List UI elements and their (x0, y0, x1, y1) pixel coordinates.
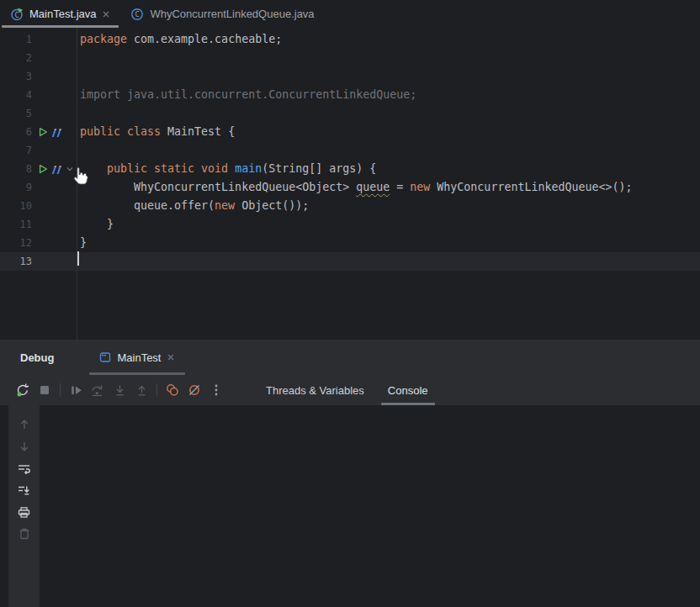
close-icon[interactable] (102, 10, 110, 18)
up-stack-button[interactable] (13, 414, 35, 435)
line-number[interactable]: 3 (0, 71, 32, 82)
line-number[interactable]: 8 (0, 163, 32, 175)
code-line[interactable] (80, 104, 700, 123)
step-into-button[interactable] (109, 379, 130, 401)
code-line[interactable] (80, 67, 700, 86)
code-line[interactable]: package com.example.cacheable; (80, 30, 700, 49)
gutter-row[interactable]: 13 (0, 252, 77, 271)
code-line[interactable]: WhyConcurrentLinkedQueue<Object> queue =… (80, 178, 700, 197)
editor-tab-bar: C MainTest.java C WhyConcurrentLinkedQue… (0, 0, 700, 28)
debug-title: Debug (20, 351, 54, 364)
gutter-row[interactable]: 12 (0, 234, 77, 252)
code-line[interactable]: public static void main(String[] args) { (80, 160, 700, 178)
code-token: public class (80, 125, 167, 138)
line-number[interactable]: 7 (0, 145, 32, 156)
svg-text:C: C (14, 10, 19, 18)
tab-console[interactable]: Console (376, 375, 440, 405)
session-tab-label: MainTest (117, 351, 161, 364)
code-token (80, 162, 107, 175)
code-area[interactable]: package com.example.cacheable;import jav… (77, 28, 700, 340)
run-line-icon[interactable] (38, 164, 48, 174)
code-token: new (215, 199, 235, 212)
view-breakpoints-button[interactable] (162, 379, 183, 401)
code-token: } (80, 218, 114, 230)
print-button[interactable] (13, 501, 35, 523)
gutter-row[interactable]: 9 (0, 178, 77, 197)
class-icon: C (130, 8, 144, 21)
run-line-icon[interactable] (38, 127, 48, 137)
tab-whyconcurrentlinkedqueue-java[interactable]: C WhyConcurrentLinkedQueue.java (120, 0, 324, 28)
code-token: MainTest { (167, 125, 235, 138)
gutter-row[interactable]: 3 (0, 67, 77, 86)
debug-session-tab[interactable]: MainTest (88, 340, 187, 375)
code-line[interactable]: queue.offer(new Object()); (80, 197, 700, 215)
toolbar-separator (60, 383, 61, 397)
profiler-line-icon[interactable] (50, 163, 63, 175)
code-token: public static void (107, 162, 235, 175)
line-number[interactable]: 11 (0, 219, 32, 230)
code-token: package (80, 33, 127, 45)
mute-breakpoints-button[interactable] (183, 379, 205, 401)
code-line[interactable] (80, 49, 700, 67)
console-output[interactable] (40, 405, 700, 607)
gutter-row[interactable]: 11 (0, 215, 77, 234)
gutter-run-icons[interactable] (38, 163, 74, 175)
code-token: (String[] args) { (262, 162, 376, 175)
down-stack-button[interactable] (13, 435, 35, 457)
line-number[interactable]: 10 (0, 200, 32, 212)
gutter-row[interactable]: 8 (0, 160, 77, 178)
gutter-row[interactable]: 10 (0, 197, 77, 215)
line-number[interactable]: 5 (0, 108, 32, 119)
code-line[interactable] (80, 252, 700, 271)
gutter-row[interactable]: 4 (0, 86, 77, 104)
line-number[interactable]: 6 (0, 126, 32, 138)
code-line[interactable]: public class MainTest { (80, 123, 700, 141)
warning-underlined-token: queue (356, 181, 390, 193)
debug-header: Debug MainTest (0, 340, 700, 375)
chevron-down-icon[interactable] (66, 165, 74, 173)
session-tab-underline (89, 372, 185, 375)
more-options-button[interactable] (205, 379, 227, 401)
step-out-button[interactable] (130, 379, 152, 401)
code-line[interactable]: } (80, 215, 700, 234)
gutter-row[interactable]: 2 (0, 49, 77, 67)
console-app-icon (99, 351, 111, 363)
code-line[interactable]: import java.util.concurrent.ConcurrentLi… (80, 86, 700, 104)
code-line[interactable]: } (80, 234, 700, 252)
gutter-run-icons[interactable] (38, 126, 63, 138)
step-over-button[interactable] (87, 379, 109, 401)
tab-maintest-java[interactable]: C MainTest.java (0, 0, 120, 28)
line-number[interactable]: 9 (0, 182, 32, 193)
code-token: main (235, 162, 262, 175)
debug-toolbar: Threads & Variables Console (0, 375, 700, 405)
gutter-row[interactable]: 6 (0, 123, 77, 141)
code-line[interactable] (80, 141, 700, 160)
gutter-row[interactable]: 1 (0, 30, 77, 49)
code-token: = (390, 181, 410, 193)
line-number[interactable]: 13 (0, 256, 32, 267)
code-token: WhyConcurrentLinkedQueue<>(); (430, 181, 632, 193)
code-token: WhyConcurrentLinkedQueue<Object> (80, 181, 356, 193)
clear-all-button[interactable] (13, 523, 35, 545)
toolbar-separator (156, 383, 157, 397)
close-icon[interactable] (167, 353, 175, 362)
debug-view-tabs: Threads & Variables Console (254, 375, 440, 405)
profiler-line-icon[interactable] (50, 126, 63, 138)
stop-button[interactable] (34, 379, 56, 401)
gutter-row[interactable]: 5 (0, 104, 77, 123)
tab-label: Threads & Variables (266, 384, 364, 397)
console-region (0, 405, 700, 607)
line-number[interactable]: 2 (0, 52, 32, 64)
soft-wrap-button[interactable] (13, 457, 35, 479)
line-number[interactable]: 4 (0, 89, 32, 101)
tab-threads-variables[interactable]: Threads & Variables (254, 375, 376, 405)
resume-button[interactable] (65, 379, 87, 401)
code-editor[interactable]: 12345678910111213 package com.example.ca… (0, 28, 700, 340)
svg-text:C: C (135, 10, 140, 18)
line-number[interactable]: 1 (0, 34, 32, 45)
line-number[interactable]: 12 (0, 237, 32, 249)
gutter-row[interactable]: 7 (0, 141, 77, 160)
rerun-button[interactable] (12, 379, 34, 401)
scroll-to-end-button[interactable] (13, 479, 35, 501)
editor-gutter[interactable]: 12345678910111213 (0, 28, 77, 340)
